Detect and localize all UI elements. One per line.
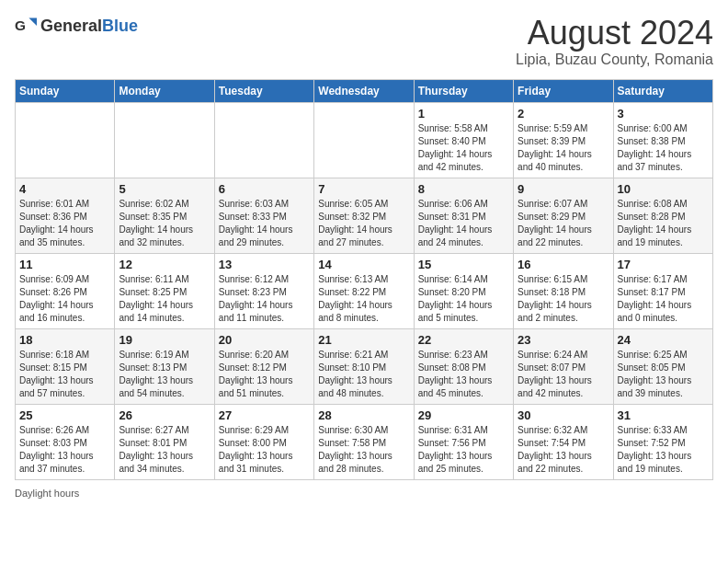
- day-info: Sunrise: 6:15 AM Sunset: 8:18 PM Dayligh…: [518, 273, 609, 325]
- calendar-cell: 29Sunrise: 6:31 AM Sunset: 7:56 PM Dayli…: [414, 404, 513, 479]
- calendar-cell: 1Sunrise: 5:58 AM Sunset: 8:40 PM Daylig…: [414, 102, 513, 178]
- calendar-cell: 2Sunrise: 5:59 AM Sunset: 8:39 PM Daylig…: [514, 102, 613, 178]
- day-number: 3: [618, 107, 709, 121]
- calendar-cell: 11Sunrise: 6:09 AM Sunset: 8:26 PM Dayli…: [16, 253, 115, 328]
- calendar-cell: 7Sunrise: 6:05 AM Sunset: 8:32 PM Daylig…: [314, 178, 414, 253]
- day-number: 23: [518, 333, 609, 347]
- day-info: Sunrise: 6:01 AM Sunset: 8:36 PM Dayligh…: [19, 198, 110, 249]
- calendar-cell: 28Sunrise: 6:30 AM Sunset: 7:58 PM Dayli…: [314, 404, 414, 479]
- calendar-cell: 13Sunrise: 6:12 AM Sunset: 8:23 PM Dayli…: [214, 253, 313, 328]
- calendar-title: August 2024: [516, 15, 713, 52]
- day-info: Sunrise: 6:06 AM Sunset: 8:31 PM Dayligh…: [418, 198, 509, 249]
- day-info: Sunrise: 6:33 AM Sunset: 7:52 PM Dayligh…: [618, 424, 709, 476]
- day-number: 12: [119, 258, 210, 271]
- day-info: Sunrise: 5:58 AM Sunset: 8:40 PM Dayligh…: [418, 122, 509, 174]
- day-info: Sunrise: 6:30 AM Sunset: 7:58 PM Dayligh…: [318, 424, 409, 476]
- calendar-subtitle: Lipia, Buzau County, Romania: [516, 52, 713, 68]
- calendar-cell: 9Sunrise: 6:07 AM Sunset: 8:29 PM Daylig…: [514, 178, 613, 253]
- day-info: Sunrise: 6:13 AM Sunset: 8:22 PM Dayligh…: [318, 273, 409, 325]
- calendar-week-row: 4Sunrise: 6:01 AM Sunset: 8:36 PM Daylig…: [16, 178, 713, 253]
- day-info: Sunrise: 6:09 AM Sunset: 8:26 PM Dayligh…: [19, 273, 110, 325]
- calendar-week-row: 25Sunrise: 6:26 AM Sunset: 8:03 PM Dayli…: [16, 404, 713, 479]
- calendar-cell: 23Sunrise: 6:24 AM Sunset: 8:07 PM Dayli…: [514, 328, 613, 404]
- day-info: Sunrise: 6:03 AM Sunset: 8:33 PM Dayligh…: [219, 198, 310, 249]
- day-number: 31: [618, 408, 709, 422]
- calendar-cell: 20Sunrise: 6:20 AM Sunset: 8:12 PM Dayli…: [214, 328, 313, 404]
- calendar-cell: 19Sunrise: 6:19 AM Sunset: 8:13 PM Dayli…: [115, 328, 214, 404]
- day-number: 15: [418, 258, 509, 271]
- day-info: Sunrise: 5:59 AM Sunset: 8:39 PM Dayligh…: [518, 122, 609, 174]
- day-info: Sunrise: 6:18 AM Sunset: 8:15 PM Dayligh…: [19, 349, 110, 400]
- day-info: Sunrise: 6:08 AM Sunset: 8:28 PM Dayligh…: [618, 198, 709, 249]
- day-info: Sunrise: 6:02 AM Sunset: 8:35 PM Dayligh…: [119, 198, 210, 249]
- logo-text-blue: Blue: [102, 17, 138, 35]
- day-number: 30: [518, 408, 609, 422]
- day-info: Sunrise: 6:29 AM Sunset: 8:00 PM Dayligh…: [219, 424, 310, 476]
- calendar-cell: 22Sunrise: 6:23 AM Sunset: 8:08 PM Dayli…: [414, 328, 513, 404]
- col-header-saturday: Saturday: [613, 79, 712, 102]
- svg-marker-1: [28, 17, 37, 26]
- calendar-header-row: SundayMondayTuesdayWednesdayThursdayFrid…: [16, 79, 713, 102]
- day-info: Sunrise: 6:31 AM Sunset: 7:56 PM Dayligh…: [418, 424, 509, 476]
- day-info: Sunrise: 6:12 AM Sunset: 8:23 PM Dayligh…: [219, 273, 310, 325]
- day-number: 9: [518, 182, 609, 196]
- day-number: 29: [418, 408, 509, 422]
- calendar-cell: 17Sunrise: 6:17 AM Sunset: 8:17 PM Dayli…: [613, 253, 712, 328]
- day-number: 2: [518, 107, 609, 121]
- day-number: 24: [618, 333, 709, 347]
- calendar-cell: 6Sunrise: 6:03 AM Sunset: 8:33 PM Daylig…: [214, 178, 313, 253]
- svg-text:G: G: [15, 17, 26, 33]
- day-number: 19: [119, 333, 210, 347]
- col-header-tuesday: Tuesday: [214, 79, 313, 102]
- calendar-cell: 12Sunrise: 6:11 AM Sunset: 8:25 PM Dayli…: [115, 253, 214, 328]
- day-info: Sunrise: 6:25 AM Sunset: 8:05 PM Dayligh…: [618, 349, 709, 400]
- day-number: 11: [19, 258, 110, 271]
- calendar-cell: 21Sunrise: 6:21 AM Sunset: 8:10 PM Dayli…: [314, 328, 414, 404]
- calendar-week-row: 11Sunrise: 6:09 AM Sunset: 8:26 PM Dayli…: [16, 253, 713, 328]
- col-header-thursday: Thursday: [414, 79, 513, 102]
- footer-note: Daylight hours: [15, 488, 713, 499]
- day-number: 16: [518, 258, 609, 271]
- day-number: 8: [418, 182, 509, 196]
- calendar-cell: 16Sunrise: 6:15 AM Sunset: 8:18 PM Dayli…: [514, 253, 613, 328]
- day-info: Sunrise: 6:20 AM Sunset: 8:12 PM Dayligh…: [219, 349, 310, 400]
- day-number: 25: [19, 408, 110, 422]
- day-number: 1: [418, 107, 509, 121]
- header: G GeneralBlue August 2024 Lipia, Buzau C…: [15, 15, 713, 68]
- calendar-cell: 3Sunrise: 6:00 AM Sunset: 8:38 PM Daylig…: [613, 102, 712, 178]
- logo: G GeneralBlue: [15, 15, 138, 37]
- calendar-cell: 18Sunrise: 6:18 AM Sunset: 8:15 PM Dayli…: [16, 328, 115, 404]
- day-info: Sunrise: 6:17 AM Sunset: 8:17 PM Dayligh…: [618, 273, 709, 325]
- day-number: 20: [219, 333, 310, 347]
- calendar-cell: [115, 102, 214, 178]
- calendar-week-row: 18Sunrise: 6:18 AM Sunset: 8:15 PM Dayli…: [16, 328, 713, 404]
- col-header-sunday: Sunday: [16, 79, 115, 102]
- calendar-cell: 8Sunrise: 6:06 AM Sunset: 8:31 PM Daylig…: [414, 178, 513, 253]
- day-info: Sunrise: 6:23 AM Sunset: 8:08 PM Dayligh…: [418, 349, 509, 400]
- calendar-cell: 31Sunrise: 6:33 AM Sunset: 7:52 PM Dayli…: [613, 404, 712, 479]
- day-info: Sunrise: 6:11 AM Sunset: 8:25 PM Dayligh…: [119, 273, 210, 325]
- calendar-cell: 5Sunrise: 6:02 AM Sunset: 8:35 PM Daylig…: [115, 178, 214, 253]
- day-number: 6: [219, 182, 310, 196]
- day-number: 10: [618, 182, 709, 196]
- day-number: 28: [318, 408, 409, 422]
- day-number: 17: [618, 258, 709, 271]
- day-number: 7: [318, 182, 409, 196]
- calendar-cell: 25Sunrise: 6:26 AM Sunset: 8:03 PM Dayli…: [16, 404, 115, 479]
- calendar-cell: 14Sunrise: 6:13 AM Sunset: 8:22 PM Dayli…: [314, 253, 414, 328]
- calendar-cell: [16, 102, 115, 178]
- day-info: Sunrise: 6:00 AM Sunset: 8:38 PM Dayligh…: [618, 122, 709, 174]
- day-number: 18: [19, 333, 110, 347]
- day-number: 21: [318, 333, 409, 347]
- title-area: August 2024 Lipia, Buzau County, Romania: [516, 15, 713, 68]
- logo-icon: G: [15, 15, 37, 37]
- day-number: 4: [19, 182, 110, 196]
- calendar-cell: 30Sunrise: 6:32 AM Sunset: 7:54 PM Dayli…: [514, 404, 613, 479]
- col-header-wednesday: Wednesday: [314, 79, 414, 102]
- day-number: 13: [219, 258, 310, 271]
- calendar-cell: 24Sunrise: 6:25 AM Sunset: 8:05 PM Dayli…: [613, 328, 712, 404]
- calendar-cell: 4Sunrise: 6:01 AM Sunset: 8:36 PM Daylig…: [16, 178, 115, 253]
- day-info: Sunrise: 6:19 AM Sunset: 8:13 PM Dayligh…: [119, 349, 210, 400]
- day-number: 22: [418, 333, 509, 347]
- calendar-cell: 10Sunrise: 6:08 AM Sunset: 8:28 PM Dayli…: [613, 178, 712, 253]
